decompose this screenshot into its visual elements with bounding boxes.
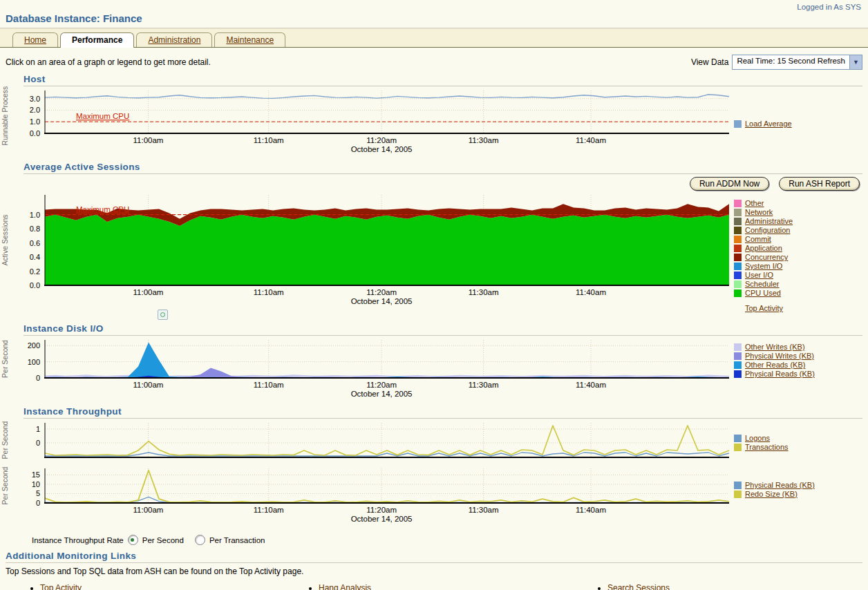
- svg-text:Active Sessions: Active Sessions: [1, 214, 9, 265]
- svg-text:Maximum CPU: Maximum CPU: [76, 112, 129, 120]
- tab-home[interactable]: Home: [12, 32, 58, 47]
- legend-item-scheduler[interactable]: Scheduler: [734, 280, 865, 289]
- legend-swatch: [734, 491, 742, 498]
- svg-text:1: 1: [36, 425, 40, 433]
- legend-item-transactions[interactable]: Transactions: [734, 443, 865, 452]
- links-column-2: Hang Analysis Instance Locks Instance Ac…: [306, 583, 595, 590]
- legend-swatch: [734, 272, 742, 279]
- svg-text:11:00am: 11:00am: [133, 506, 164, 514]
- svg-text:5: 5: [36, 489, 40, 497]
- svg-text:15: 15: [32, 470, 40, 479]
- legend-item-physical-reads-kb[interactable]: Physical Reads (KB): [734, 481, 865, 490]
- legend-swatch: [734, 361, 742, 369]
- legend-item-cpu-used[interactable]: CPU Used: [734, 289, 865, 298]
- instance-disk-io-chart[interactable]: 11:00am11:10am11:20am11:30am11:40am20010…: [0, 336, 733, 403]
- view-data-label: View Data: [691, 57, 728, 67]
- svg-text:11:40am: 11:40am: [576, 288, 606, 296]
- svg-text:11:00am: 11:00am: [133, 381, 164, 389]
- svg-text:0: 0: [36, 499, 40, 507]
- svg-text:11:20am: 11:20am: [366, 288, 397, 296]
- legend-swatch: [734, 218, 742, 225]
- svg-text:11:40am: 11:40am: [576, 506, 606, 514]
- svg-text:0: 0: [36, 374, 40, 382]
- legend-item-commit[interactable]: Commit: [734, 235, 865, 244]
- tab-maintenance[interactable]: Maintenance: [214, 32, 285, 47]
- legend-item-user-io[interactable]: User I/O: [734, 271, 865, 280]
- svg-text:Per Second: Per Second: [1, 421, 9, 459]
- svg-text:10: 10: [32, 480, 40, 488]
- legend-item-other[interactable]: Other: [734, 199, 865, 208]
- run-ash-button[interactable]: Run ASH Report: [779, 177, 860, 191]
- legend-swatch: [734, 227, 742, 234]
- svg-text:11:10am: 11:10am: [254, 288, 284, 296]
- legend-item-administrative[interactable]: Administrative: [734, 217, 865, 226]
- legend-item-other-reads[interactable]: Other Reads (KB): [734, 361, 865, 370]
- svg-text:11:10am: 11:10am: [254, 136, 284, 144]
- legend-item-concurrency[interactable]: Concurrency: [734, 253, 865, 262]
- legend-item-system-io[interactable]: System I/O: [734, 262, 865, 271]
- legend-swatch: [734, 254, 742, 261]
- svg-text:0: 0: [36, 439, 40, 447]
- host-section-heading: Host: [23, 74, 862, 86]
- svg-text:0.6: 0.6: [30, 239, 40, 247]
- per-second-radio[interactable]: [128, 535, 138, 545]
- legend-swatch: [734, 245, 742, 252]
- throughput-per-second-chart[interactable]: 10Per Second: [0, 419, 733, 464]
- svg-text:11:30am: 11:30am: [469, 288, 499, 296]
- tab-bar: Home Performance Administration Maintena…: [0, 28, 868, 48]
- search-sessions-link[interactable]: Search Sessions: [607, 583, 670, 590]
- aas-section-heading: Average Active Sessions: [23, 162, 862, 174]
- run-addm-button[interactable]: Run ADDM Now: [690, 177, 769, 191]
- per-transaction-label: Per Transaction: [209, 536, 265, 544]
- list-item: Search Sessions: [607, 583, 670, 590]
- svg-text:0.8: 0.8: [30, 225, 40, 233]
- svg-text:Runnable Processes: Runnable Processes: [1, 86, 9, 145]
- svg-text:100: 100: [28, 358, 40, 366]
- svg-text:October 14, 2005: October 14, 2005: [351, 145, 413, 153]
- legend-swatch: [734, 280, 742, 288]
- tab-administration[interactable]: Administration: [136, 32, 212, 47]
- legend-swatch: [734, 263, 742, 270]
- legend-item-load-average[interactable]: Load Average: [734, 120, 865, 129]
- legend-swatch: [734, 352, 742, 360]
- svg-text:11:30am: 11:30am: [469, 136, 499, 144]
- hang-analysis-link[interactable]: Hang Analysis: [319, 583, 371, 590]
- throughput-kb-chart[interactable]: 11:00am11:10am11:20am11:30am11:40am15105…: [0, 464, 733, 529]
- svg-text:0.0: 0.0: [30, 281, 40, 289]
- svg-text:0.0: 0.0: [30, 129, 40, 137]
- legend-item-redo-size-kb[interactable]: Redo Size (KB): [734, 490, 865, 499]
- svg-text:11:20am: 11:20am: [366, 136, 397, 144]
- view-data-select[interactable]: Real Time: 15 Second Refresh ▼: [732, 55, 862, 70]
- legend-item-other-writes[interactable]: Other Writes (KB): [734, 343, 865, 352]
- legend-item-physical-writes[interactable]: Physical Writes (KB): [734, 352, 865, 361]
- top-activity-link[interactable]: Top Activity: [40, 583, 82, 590]
- legend-item-application[interactable]: Application: [734, 244, 865, 253]
- svg-text:Per Second: Per Second: [1, 466, 9, 504]
- svg-text:11:10am: 11:10am: [254, 381, 284, 389]
- legend-item-logons[interactable]: Logons: [734, 434, 865, 443]
- legend-item-network[interactable]: Network: [734, 208, 865, 217]
- logged-in-status: Logged in As SYS: [0, 0, 868, 12]
- svg-text:October 14, 2005: October 14, 2005: [351, 515, 413, 523]
- chevron-down-icon[interactable]: ▼: [849, 55, 862, 69]
- legend-swatch: [734, 289, 742, 297]
- top-activity-link[interactable]: Top Activity: [745, 304, 783, 312]
- list-item: Top Activity: [40, 583, 306, 590]
- svg-text:Maximum CPU: Maximum CPU: [76, 205, 129, 213]
- svg-text:200: 200: [28, 341, 40, 350]
- instruction-text: Click on an area of a graph or legend to…: [6, 57, 211, 67]
- snapshot-camera-icon[interactable]: [158, 310, 168, 320]
- legend-item-configuration[interactable]: Configuration: [734, 226, 865, 235]
- links-column-3: Search Sessions Snapshots SQL Tuning Set…: [595, 583, 670, 590]
- host-chart[interactable]: 11:00am11:10am11:20am11:30am11:40am3.02.…: [0, 86, 733, 159]
- svg-text:1.0: 1.0: [30, 211, 40, 219]
- links-section-heading: Additional Monitoring Links: [6, 551, 862, 563]
- svg-text:11:30am: 11:30am: [469, 381, 499, 389]
- legend-item-physical-reads[interactable]: Physical Reads (KB): [734, 370, 865, 379]
- legend-swatch: [734, 482, 742, 489]
- per-transaction-radio[interactable]: [195, 535, 205, 545]
- tab-performance[interactable]: Performance: [60, 32, 134, 48]
- average-active-sessions-chart[interactable]: 11:00am11:10am11:20am11:30am11:40am1.00.…: [0, 191, 733, 311]
- links-note: Top Sessions and Top SQL data from ASH c…: [0, 563, 868, 576]
- svg-text:0.2: 0.2: [30, 267, 40, 276]
